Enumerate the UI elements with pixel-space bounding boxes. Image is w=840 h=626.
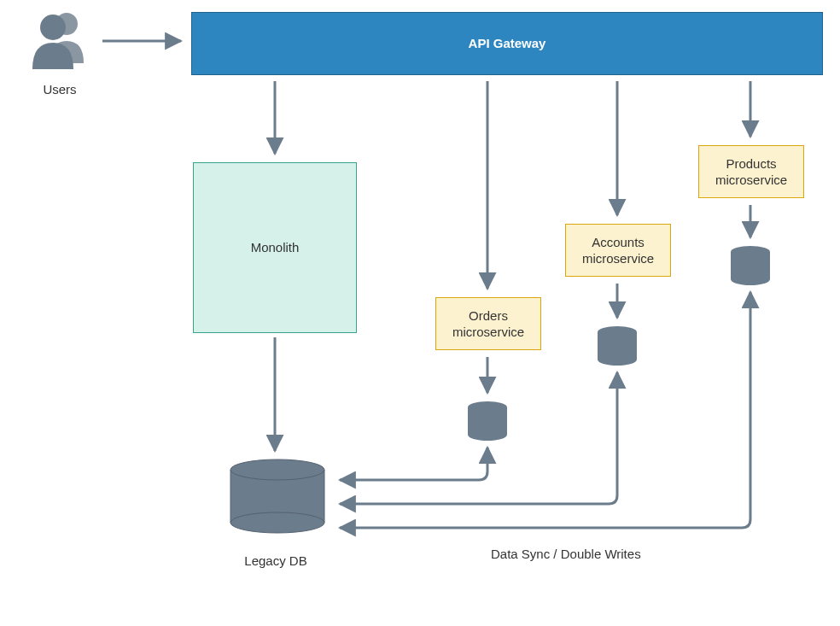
svg-rect-8 — [468, 407, 507, 435]
svg-point-13 — [731, 246, 770, 258]
svg-point-9 — [468, 429, 507, 441]
svg-point-2 — [230, 459, 324, 480]
arrow-orders-sync — [340, 448, 487, 480]
svg-rect-14 — [731, 252, 770, 279]
products-db-icon — [731, 246, 770, 285]
legacy-db-icon — [230, 459, 324, 533]
products-ms-label: Products microservice — [715, 155, 787, 189]
svg-point-0 — [55, 13, 78, 35]
users-icon — [32, 13, 84, 69]
users-label: Users — [17, 82, 102, 97]
svg-point-4 — [230, 512, 324, 533]
svg-point-6 — [230, 512, 324, 533]
orders-ms-label: Orders microservice — [452, 307, 524, 341]
svg-point-7 — [468, 401, 507, 413]
arrow-products-sync — [340, 292, 750, 528]
legacy-db-label: Legacy DB — [220, 553, 331, 568]
svg-rect-11 — [598, 332, 637, 360]
products-ms-box: Products microservice — [698, 145, 804, 198]
svg-point-10 — [598, 326, 637, 338]
monolith-label: Monolith — [251, 239, 300, 256]
svg-point-12 — [598, 354, 637, 366]
accounts-ms-box: Accounts microservice — [565, 224, 671, 277]
svg-point-5 — [230, 459, 324, 480]
monolith-box: Monolith — [193, 162, 357, 333]
svg-point-15 — [731, 273, 770, 285]
svg-rect-3 — [230, 470, 324, 523]
diagram-canvas: API Gateway Monolith Orders microservice… — [0, 0, 840, 626]
orders-db-icon — [468, 401, 507, 441]
orders-ms-box: Orders microservice — [435, 297, 541, 350]
api-gateway-label: API Gateway — [469, 35, 546, 52]
svg-point-1 — [40, 15, 66, 40]
data-sync-label: Data Sync / Double Writes — [491, 547, 713, 561]
accounts-ms-label: Accounts microservice — [582, 234, 654, 267]
accounts-db-icon — [598, 326, 637, 366]
arrow-accounts-sync — [340, 372, 617, 504]
api-gateway-box: API Gateway — [191, 12, 823, 75]
svg-overlay — [0, 0, 840, 626]
